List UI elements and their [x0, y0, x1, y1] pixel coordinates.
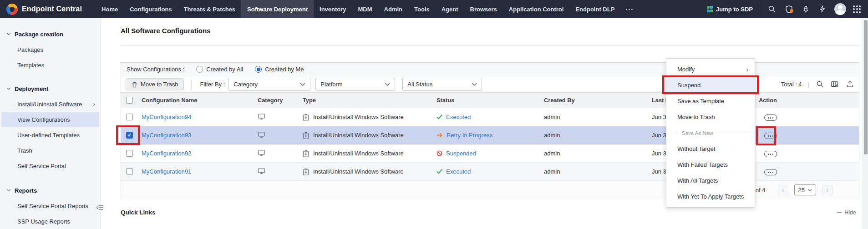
install-software-icon [303, 150, 309, 157]
nav-home[interactable]: Home [96, 0, 124, 18]
configuration-link[interactable]: MyConfiguration91 [142, 168, 191, 175]
brand[interactable]: Endpoint Central [6, 0, 82, 18]
sdp-grid-icon [707, 6, 713, 12]
menu-group-save-as-new: Save As New [666, 125, 755, 141]
row-actions-context-menu: Modify › Suspend Save as Template Move t… [666, 58, 755, 208]
menu-item-save-as-template[interactable]: Save as Template [666, 93, 755, 109]
menu-item-with-yet-to-apply-targets[interactable]: With Yet To Apply Targets [666, 189, 755, 204]
menu-item-without-target[interactable]: Without Target [666, 141, 755, 157]
nav-application-control[interactable]: Application Control [503, 0, 570, 18]
row-actions-button[interactable] [764, 114, 777, 121]
toolbar-right: Total : 4 | [781, 80, 856, 89]
shield-icon[interactable] [784, 4, 794, 14]
avatar[interactable] [834, 3, 846, 15]
menu-item-suspend[interactable]: Suspend [666, 77, 755, 93]
brand-name: Endpoint Central [22, 5, 82, 13]
nav-configurations[interactable]: Configurations [124, 0, 178, 18]
sidebar-item-ssp-usage-reports[interactable]: SSP Usage Reports [0, 214, 101, 229]
sidebar-item-self-service-portal-reports[interactable]: Self Service Portal Reports [0, 198, 101, 214]
nav-admin[interactable]: Admin [378, 0, 408, 18]
col-action: Action [759, 97, 860, 104]
sidebar-item-self-service-portal[interactable]: Self Service Portal [0, 158, 101, 174]
configuration-link[interactable]: MyConfiguration92 [142, 150, 191, 157]
chevron-down-icon [807, 189, 812, 192]
primary-nav: Home Configurations Threats & Patches So… [96, 0, 639, 18]
sidebar-title-reports[interactable]: Reports [0, 183, 101, 198]
created-by-cell: admin [544, 114, 652, 120]
nav-tools[interactable]: Tools [408, 0, 436, 18]
status-dropdown[interactable]: All Status [402, 78, 482, 91]
radio-created-by-all[interactable]: Created by All [196, 66, 243, 73]
apps-grid-icon[interactable] [853, 5, 861, 13]
search-icon[interactable] [767, 4, 777, 14]
jump-to-sdp-link[interactable]: Jump to SDP [707, 6, 753, 13]
hide-quick-links-link[interactable]: Hide [837, 209, 856, 216]
nav-agent[interactable]: Agent [436, 0, 464, 18]
platform-dropdown[interactable]: Platform [315, 78, 395, 91]
radio-selected-icon [255, 66, 262, 73]
minus-icon [837, 212, 842, 213]
col-type: Type [303, 97, 437, 104]
row-checkbox[interactable] [126, 150, 133, 157]
nav-inventory[interactable]: Inventory [314, 0, 352, 18]
nav-browsers[interactable]: Browsers [464, 0, 503, 18]
created-by-cell: admin [544, 132, 652, 139]
status-link[interactable]: Executed [446, 114, 471, 120]
menu-item-with-failed-targets[interactable]: With Failed Targets [666, 157, 755, 173]
nav-software-deployment[interactable]: Software Deployment [241, 0, 314, 18]
next-page-button[interactable]: › [822, 185, 832, 195]
page-size-dropdown[interactable]: 25 [794, 184, 816, 195]
collapse-sidebar-icon[interactable] [95, 204, 105, 212]
bolt-icon[interactable] [817, 4, 827, 14]
sidebar-item-install-uninstall-software[interactable]: Install/Uninstall Software › [0, 96, 101, 112]
column-chooser-icon[interactable] [830, 80, 839, 89]
sidebar-title-package-creation[interactable]: Package creation [0, 26, 101, 42]
sidebar-item-view-configurations[interactable]: View Configurations [1, 112, 99, 127]
select-all-checkbox[interactable] [126, 97, 133, 104]
sidebar-item-user-defined-templates[interactable]: User-defined Templates [0, 127, 101, 143]
radio-created-by-me[interactable]: Created by Me [255, 66, 304, 73]
suspended-icon [437, 150, 442, 156]
scrollbar-thumb[interactable] [864, 20, 868, 154]
row-actions-button[interactable] [764, 151, 777, 157]
row-checkbox[interactable] [126, 168, 133, 175]
show-configurations-label: Show Configurations : [127, 66, 184, 73]
sidebar-item-templates[interactable]: Templates [0, 57, 101, 73]
prev-page-button[interactable]: ‹ [778, 185, 788, 195]
jump-to-sdp-label: Jump to SDP [716, 6, 753, 13]
category-dropdown[interactable]: Category [228, 78, 310, 91]
status-link[interactable]: Retry In Progress [447, 132, 492, 139]
sidebar-section-package-creation: Package creation Packages Templates [0, 18, 101, 73]
nav-threats-patches[interactable]: Threats & Patches [178, 0, 241, 18]
created-by-cell: admin [544, 168, 652, 175]
move-to-trash-button[interactable]: Move to Trash [126, 78, 184, 90]
vertical-scrollbar[interactable] [863, 18, 868, 229]
configuration-link[interactable]: MyConfiguration94 [142, 114, 191, 120]
row-checkbox[interactable] [126, 114, 133, 120]
row-actions-button[interactable] [764, 133, 777, 139]
search-icon[interactable] [815, 80, 824, 89]
install-software-icon [303, 168, 309, 175]
export-icon[interactable] [845, 80, 854, 89]
status-link[interactable]: Executed [446, 168, 471, 175]
nav-mdm[interactable]: MDM [352, 0, 378, 18]
rocket-icon[interactable] [801, 4, 811, 14]
menu-item-move-to-trash[interactable]: Move to Trash [666, 109, 755, 125]
menu-item-modify[interactable]: Modify › [666, 61, 755, 77]
row-checkbox-checked[interactable]: ✓ [126, 132, 133, 139]
sidebar-title-deployment[interactable]: Deployment [0, 81, 101, 96]
sidebar-item-packages[interactable]: Packages [0, 42, 101, 57]
nav-endpoint-dlp[interactable]: Endpoint DLP [569, 0, 620, 18]
created-by-cell: admin [544, 150, 652, 157]
configuration-link[interactable]: MyConfiguration93 [142, 132, 191, 139]
status-link[interactable]: Suspended [446, 150, 476, 157]
monitor-icon [258, 168, 303, 176]
endpoint-central-logo-icon [6, 4, 18, 15]
row-actions-button[interactable] [764, 169, 777, 175]
menu-item-with-all-targets[interactable]: With All Targets [666, 173, 755, 189]
sidebar-item-trash[interactable]: Trash [0, 143, 101, 158]
nav-more-icon[interactable]: ··· [620, 0, 639, 18]
chevron-right-icon: › [746, 65, 748, 73]
notification-badge [790, 9, 793, 13]
chevron-down-icon [472, 83, 477, 86]
